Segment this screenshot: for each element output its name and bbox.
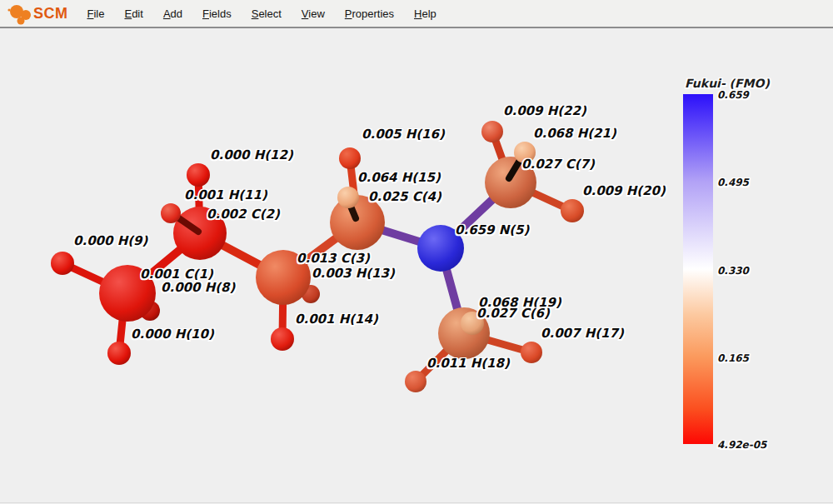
scm-logo-text: SCM — [33, 5, 68, 22]
atom-label: 0.005 H(16) — [362, 127, 445, 142]
atom-H20[interactable] — [561, 199, 584, 222]
atom-label: 0.001 H(14) — [295, 312, 378, 327]
legend-title: Fukui- (FMO) — [685, 77, 770, 90]
scm-logo-icon — [7, 0, 32, 27]
atom-label: 0.000 H(8) — [161, 280, 235, 295]
atom-H17[interactable] — [521, 342, 542, 363]
legend-tick: 0.165 — [717, 352, 749, 364]
atom-H22[interactable] — [481, 121, 503, 142]
atom-H21[interactable] — [514, 142, 536, 163]
atom-C7[interactable] — [485, 157, 536, 208]
atom-label: 0.009 H(22) — [503, 103, 586, 118]
atom-H18[interactable] — [405, 371, 426, 392]
menu-bar: SCM FileEditAddFieldsSelectViewPropertie… — [0, 0, 833, 28]
atom-label: 0.068 H(21) — [533, 126, 616, 141]
menu-item-fields[interactable]: Fields — [198, 4, 236, 23]
atom-label: 0.000 H(9) — [73, 233, 147, 248]
atom-H14[interactable] — [271, 327, 294, 351]
menu-items: FileEditAddFieldsSelectViewPropertiesHel… — [83, 4, 441, 23]
atom-H11[interactable] — [161, 203, 181, 223]
legend-tick: 0.495 — [717, 177, 749, 188]
scm-logo: SCM — [7, 0, 68, 27]
legend-tick: 0.330 — [717, 265, 749, 277]
atom-label: 0.003 H(13) — [312, 266, 395, 281]
atom-H15[interactable] — [337, 187, 359, 208]
menu-item-edit[interactable]: Edit — [120, 4, 147, 23]
menu-item-add[interactable]: Add — [159, 4, 187, 23]
menu-item-file[interactable]: File — [83, 4, 109, 23]
atom-label: 0.007 H(17) — [541, 326, 624, 341]
atom-label: 0.068 H(19) — [478, 295, 561, 310]
atom-label: 0.000 H(12) — [210, 147, 293, 162]
atom-label: 0.000 H(10) — [131, 327, 214, 342]
menu-item-properties[interactable]: Properties — [341, 4, 398, 23]
atom-H12[interactable] — [187, 163, 210, 187]
atom-label: 0.064 H(15) — [357, 170, 441, 185]
atom-label: 0.025 C(4) — [368, 189, 441, 204]
atom-H16[interactable] — [339, 147, 361, 169]
atom-H19[interactable] — [461, 312, 484, 335]
viewport-3d[interactable]: 0.000 H(12)0.001 H(11)0.002 C(2)0.000 H(… — [0, 30, 833, 503]
legend-tick: 0.659 — [717, 89, 749, 101]
atom-H9[interactable] — [51, 252, 74, 275]
atom-C1[interactable] — [99, 265, 156, 322]
atom-C3[interactable] — [256, 250, 311, 305]
atom-label: 0.027 C(6) — [476, 306, 550, 321]
menu-item-select[interactable]: Select — [247, 4, 286, 23]
atom-N5[interactable] — [417, 225, 464, 272]
menu-item-view[interactable]: View — [297, 4, 329, 23]
menu-item-help[interactable]: Help — [410, 4, 441, 23]
color-legend-bar — [683, 94, 713, 444]
atom-label: 0.009 H(20) — [582, 183, 666, 198]
legend-tick: 4.92e-05 — [717, 439, 766, 451]
atom-H10[interactable] — [107, 342, 131, 365]
